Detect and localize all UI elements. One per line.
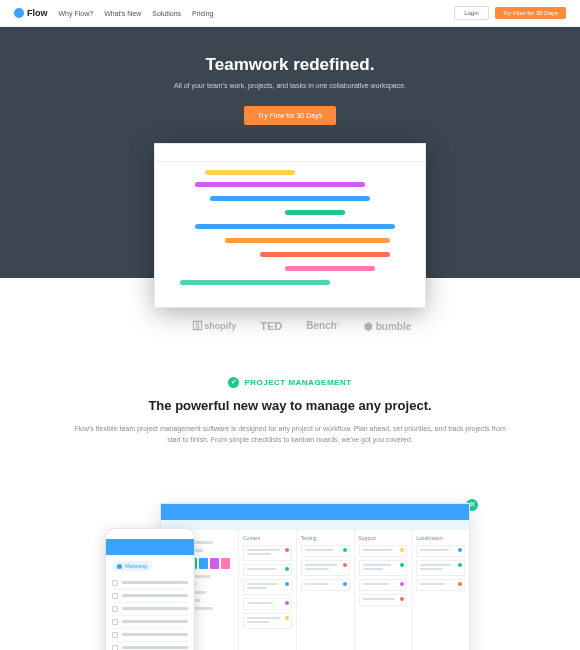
- feature-label-text: PROJECT MANAGEMENT: [244, 378, 351, 387]
- header-left: Flow Why Flow? What's New Solutions Pric…: [14, 8, 213, 18]
- nav-solutions[interactable]: Solutions: [152, 10, 181, 17]
- brand-logo[interactable]: Flow: [14, 8, 48, 18]
- gantt-header: [155, 144, 425, 162]
- brand-name: Flow: [27, 8, 48, 18]
- hero-app-screenshot: [154, 143, 426, 308]
- header-cta-button[interactable]: Try Flow for 30 Days: [495, 7, 566, 19]
- logo-ted: TED: [260, 320, 282, 332]
- phone-mock: Marketing: [105, 528, 195, 650]
- mockup-area: ✕ Content: [110, 503, 470, 650]
- desktop-mock-board: Content Testing Support Lo: [239, 530, 469, 650]
- feature-body: Flow's flexible team project management …: [70, 423, 510, 445]
- flow-logo-icon: [14, 8, 24, 18]
- hero-title: Teamwork redefined.: [14, 55, 566, 75]
- logo-bumble: ⬢ bumble: [364, 321, 411, 332]
- phone-category-badge: Marketing: [112, 561, 152, 571]
- check-circle-icon: ✓: [228, 377, 239, 388]
- board-column: Support: [355, 530, 413, 650]
- board-column: Content: [239, 530, 297, 650]
- top-nav: Flow Why Flow? What's New Solutions Pric…: [0, 0, 580, 27]
- login-button[interactable]: Login: [454, 6, 489, 20]
- nav-why-flow[interactable]: Why Flow?: [59, 10, 94, 17]
- logo-shopify: 🅂 shopify: [193, 321, 237, 331]
- desktop-mock-toolbar: [161, 520, 469, 530]
- nav-pricing[interactable]: Pricing: [192, 10, 213, 17]
- desktop-mock: Content Testing Support Lo: [160, 503, 470, 650]
- feature-section: ✓ PROJECT MANAGEMENT The powerful new wa…: [0, 352, 580, 475]
- feature-label: ✓ PROJECT MANAGEMENT: [228, 377, 351, 388]
- board-column: Testing: [297, 530, 355, 650]
- board-column: Localization: [412, 530, 469, 650]
- hero-section: Teamwork redefined. All of your team's w…: [0, 27, 580, 278]
- logo-bench: Bench□: [306, 320, 340, 331]
- feature-heading: The powerful new way to manage any proje…: [70, 398, 510, 413]
- nav-whats-new[interactable]: What's New: [104, 10, 141, 17]
- phone-mock-header: [106, 539, 194, 555]
- gantt-body: [155, 162, 425, 308]
- hero-cta-button[interactable]: Try Flow for 30 Days: [244, 106, 336, 125]
- main-nav: Why Flow? What's New Solutions Pricing: [59, 10, 214, 17]
- hero-subtitle: All of your team's work, projects, and t…: [14, 82, 566, 89]
- header-right: Login Try Flow for 30 Days: [454, 6, 566, 20]
- desktop-mock-titlebar: [161, 504, 469, 520]
- phone-task-list: [106, 573, 194, 650]
